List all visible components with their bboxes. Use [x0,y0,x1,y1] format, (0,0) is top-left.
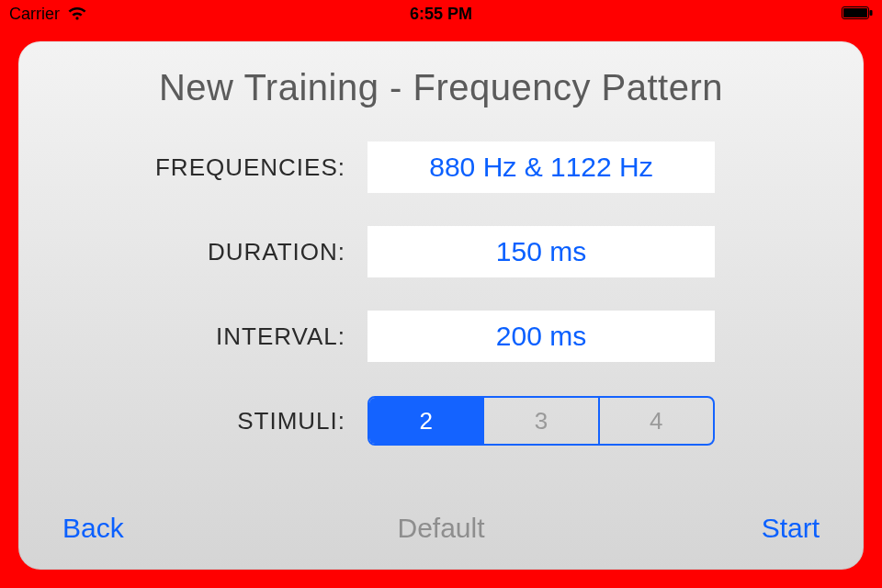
status-time: 6:55 PM [0,5,882,24]
status-right [842,5,873,24]
stimuli-option-3[interactable]: 3 [482,398,597,444]
svg-rect-2 [870,10,873,16]
stimuli-segmented: 2 3 4 [368,396,715,446]
row-frequencies: FREQUENCIES: 880 Hz & 1122 Hz [55,141,827,193]
field-duration[interactable]: 150 ms [368,226,715,277]
start-button[interactable]: Start [762,513,820,544]
status-left: Carrier [9,5,87,24]
back-button[interactable]: Back [62,513,124,544]
label-interval: INTERVAL: [55,322,368,351]
field-interval[interactable]: 200 ms [368,311,715,362]
wifi-icon [67,6,87,21]
carrier-label: Carrier [9,5,60,24]
row-stimuli: STIMULI: 2 3 4 [55,395,827,447]
stimuli-option-2[interactable]: 2 [369,398,482,444]
label-stimuli: STIMULI: [55,407,368,435]
page-title: New Training - Frequency Pattern [18,67,864,108]
row-interval: INTERVAL: 200 ms [55,311,827,362]
battery-icon [842,5,873,24]
status-bar: Carrier 6:55 PM [0,0,882,28]
settings-card: New Training - Frequency Pattern FREQUEN… [18,41,864,570]
bottom-toolbar: Back Default Start [18,496,864,570]
svg-rect-1 [843,8,867,17]
label-duration: DURATION: [55,238,368,266]
stimuli-option-4[interactable]: 4 [598,398,713,444]
settings-form: FREQUENCIES: 880 Hz & 1122 Hz DURATION: … [18,141,864,447]
field-frequencies[interactable]: 880 Hz & 1122 Hz [368,141,715,193]
row-duration: DURATION: 150 ms [55,226,827,277]
toolbar-center: Default [18,513,864,544]
default-button[interactable]: Default [397,513,484,543]
label-frequencies: FREQUENCIES: [55,153,368,182]
